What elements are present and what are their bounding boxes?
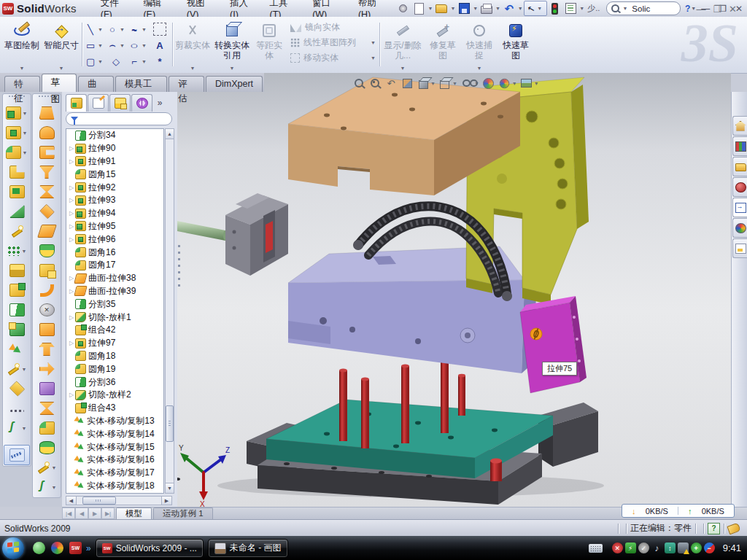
feature-manager-tab[interactable] [66, 94, 87, 112]
intersect-button[interactable] [34, 399, 59, 418]
scroll-up-button[interactable]: ▲ [166, 129, 174, 139]
graphics-area[interactable]: Y Z X ↶▼▼▼▼▼ 拉伸75 [177, 73, 731, 507]
tree-item[interactable]: 实体-移动/复制15 [66, 440, 163, 454]
protection-enabled-tray-icon[interactable]: ⚡ [625, 542, 636, 553]
delete-face-button[interactable] [34, 300, 59, 319]
section-view-button[interactable] [400, 77, 414, 90]
stack-bodies-button[interactable] [4, 261, 29, 280]
view-palette-tab[interactable] [732, 198, 747, 217]
zoom-to-fit-button[interactable] [352, 77, 365, 90]
tab-特征[interactable]: 特征 [4, 76, 40, 92]
spline-tools-button[interactable]: ▼ [34, 478, 59, 497]
expander-icon[interactable]: ▷ [68, 314, 75, 321]
point-tool[interactable]: * [149, 53, 171, 69]
antivirus-tray-icon[interactable]: − [704, 542, 715, 553]
bend-button[interactable] [34, 281, 59, 300]
part-side-core[interactable] [177, 193, 288, 276]
tree-item[interactable]: ▷曲面-拉伸38 [66, 272, 163, 285]
tree-item[interactable]: ▷拉伸90 [66, 142, 163, 155]
quick-launch-messenger[interactable] [33, 542, 45, 554]
tree-item[interactable]: ▷拉伸96 [66, 233, 163, 246]
tab-DimXpert[interactable]: DimXpert [206, 76, 263, 92]
tree-item[interactable]: ▷曲面-拉伸39 [66, 285, 163, 298]
boss-cylinder-button[interactable] [34, 438, 59, 457]
scroll-thumb-horizontal[interactable] [82, 497, 116, 505]
nav-first-button[interactable]: |◀ [62, 508, 75, 519]
expander-icon[interactable]: ▷ [68, 236, 75, 243]
tree-vertical-scrollbar[interactable]: ▲ ▼ [165, 128, 174, 494]
quick-launch-media-player[interactable] [51, 542, 63, 554]
tab-评估[interactable]: 评估 [169, 76, 204, 92]
line-tool[interactable]: ╲▼ [83, 21, 105, 37]
smart-dimension-button[interactable]: 智能尺寸 ▼ [42, 19, 80, 73]
mirror-entities-button[interactable]: 镜向实体 [290, 21, 376, 34]
view-orientation-button[interactable]: ▼ [417, 77, 436, 90]
expander-icon[interactable]: ▷ [68, 210, 75, 217]
trim-entities-button[interactable]: 剪裁实体 ▼ [175, 19, 210, 73]
view-settings-button[interactable]: ▼ [520, 77, 539, 90]
feature-wizard-button[interactable] [4, 222, 29, 241]
options-button[interactable] [563, 2, 578, 15]
combine-bodies-button[interactable] [4, 281, 29, 300]
part-cavity-block[interactable] [288, 246, 545, 373]
health-monitor-tray-icon[interactable]: + [691, 542, 702, 553]
property-manager-tab[interactable] [88, 94, 109, 112]
scroll-thumb[interactable] [166, 405, 174, 442]
insert-wizard-button[interactable]: ▼ [4, 359, 29, 378]
tab-曲面[interactable]: 曲面 [78, 76, 114, 92]
curve-tools-button[interactable]: ▼ [4, 419, 29, 438]
draft-button[interactable] [4, 202, 29, 221]
scroll-down-button[interactable]: ▼ [166, 483, 174, 493]
fillet-button[interactable]: ▼ [4, 143, 29, 162]
revolved-boss-button[interactable] [34, 123, 59, 142]
indent-button[interactable] [34, 379, 59, 398]
tree-item[interactable]: ▷拉伸91 [66, 155, 163, 168]
print-button[interactable] [479, 2, 494, 15]
move-entities-button[interactable]: 移动实体 ▼ [290, 52, 376, 64]
measure-button[interactable] [4, 445, 30, 465]
tree-filter-input[interactable] [66, 112, 172, 125]
spline-tool[interactable]: ~▼ [127, 21, 149, 37]
gps-sync-tray-icon[interactable]: ↕ [665, 542, 676, 553]
swept-boss-button[interactable] [34, 143, 59, 162]
manager-tabs-overflow[interactable]: » [153, 94, 166, 112]
surface-sheet-button[interactable] [34, 222, 59, 241]
tree-item[interactable]: ▷切除-放样2 [66, 389, 163, 402]
taskbar-task-paint[interactable]: 未命名 - 画图 [208, 539, 288, 558]
freeform-button[interactable] [34, 202, 59, 221]
input-method-keyboard-icon[interactable] [589, 544, 603, 553]
tab-运动算例 1[interactable]: 运动算例 1 [153, 508, 213, 519]
save-button[interactable] [457, 2, 471, 15]
polygon-tool[interactable]: ◇ [105, 53, 127, 69]
tree-item[interactable]: 实体-移动/复制17 [66, 467, 163, 480]
shape-feature-button[interactable] [34, 340, 59, 359]
reference-wizard-button[interactable]: ▼ [34, 458, 59, 477]
search-box[interactable]: ▼ [606, 1, 680, 15]
deform-button[interactable] [34, 359, 59, 378]
tab-模型[interactable]: 模型 [116, 508, 152, 519]
tree-item[interactable]: ▷拉伸92 [66, 181, 163, 194]
previous-view-button[interactable]: ↶ [384, 77, 398, 90]
pin-icon[interactable] [396, 2, 411, 15]
part-red-cylinder[interactable] [490, 459, 502, 482]
zoom-to-area-button[interactable] [368, 77, 382, 90]
boundary-boss-button[interactable] [34, 163, 59, 182]
configuration-manager-tab[interactable] [109, 94, 131, 112]
quick-snaps-button[interactable]: 快速捕捉 ▼ [462, 19, 496, 73]
solidworks-resources-tab[interactable] [732, 116, 747, 136]
scroll-left-button[interactable]: ◀ [66, 497, 77, 505]
offset-entities-button[interactable]: 等距实体 [253, 19, 285, 73]
open-file-button[interactable] [435, 2, 449, 15]
panel-splitter[interactable] [177, 92, 181, 507]
apply-scene-button[interactable]: ▼ [498, 77, 517, 90]
nav-last-button[interactable]: ▶| [101, 508, 115, 519]
circle-tool[interactable]: ○▼ [105, 21, 127, 37]
flex-button[interactable] [34, 182, 59, 201]
taskbar-task-solidworks[interactable]: SWSolidWorks 2009 - ... [96, 539, 204, 558]
selection-box-tool[interactable] [149, 21, 171, 37]
tree-item[interactable]: 分割36 [66, 376, 163, 389]
pattern-bodies-button[interactable] [34, 261, 59, 280]
appearances-scenes-tab[interactable] [732, 218, 747, 238]
tree-item[interactable]: 分割34 [66, 129, 163, 142]
convert-entities-button[interactable]: 转换实体引用 ▼ [213, 19, 251, 73]
